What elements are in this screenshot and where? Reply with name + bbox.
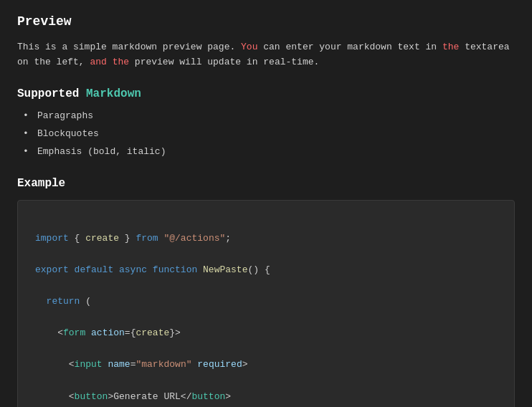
list-item-label: Blockquotes bbox=[37, 128, 99, 139]
list-item: Paragraphs bbox=[23, 110, 515, 121]
list-item: Blockquotes bbox=[23, 128, 515, 139]
supported-plain: Supported bbox=[17, 87, 86, 100]
desc-part2: can enter your markdown text in bbox=[257, 42, 442, 52]
page-title: Preview bbox=[17, 14, 515, 29]
supported-highlight: Markdown bbox=[86, 87, 141, 100]
desc-and: and bbox=[90, 57, 106, 67]
list-item-label: Paragraphs bbox=[37, 110, 93, 121]
code-line-5: <input name="markdown" required> bbox=[35, 341, 497, 373]
list-item-label: Emphasis (bold, italic) bbox=[37, 146, 166, 157]
desc-the1: the bbox=[442, 42, 459, 52]
supported-section-title: Supported Markdown bbox=[17, 87, 515, 100]
code-line-1: import { create } from "@/actions"; bbox=[35, 215, 497, 246]
desc-part5: preview will update in real-time. bbox=[129, 57, 319, 67]
desc-part1: This is a simple markdown preview page. bbox=[17, 42, 241, 52]
example-section-title: Example bbox=[17, 177, 515, 190]
code-line-6: <button>Generate URL</button> bbox=[35, 373, 497, 405]
code-line-4: <form action={create}> bbox=[35, 310, 497, 341]
description-text: This is a simple markdown preview page. … bbox=[17, 40, 515, 70]
supported-list: Paragraphs Blockquotes Emphasis (bold, i… bbox=[17, 110, 515, 157]
desc-part4 bbox=[107, 57, 113, 67]
list-item: Emphasis (bold, italic) bbox=[23, 146, 515, 157]
code-block: import { create } from "@/actions"; expo… bbox=[17, 200, 515, 407]
code-line-3: return ( bbox=[35, 278, 497, 310]
desc-the2: the bbox=[113, 57, 129, 67]
code-line-2: export default async function NewPaste()… bbox=[35, 246, 497, 278]
desc-you: You bbox=[241, 42, 257, 52]
preview-container: Preview This is a simple markdown previe… bbox=[17, 14, 515, 407]
